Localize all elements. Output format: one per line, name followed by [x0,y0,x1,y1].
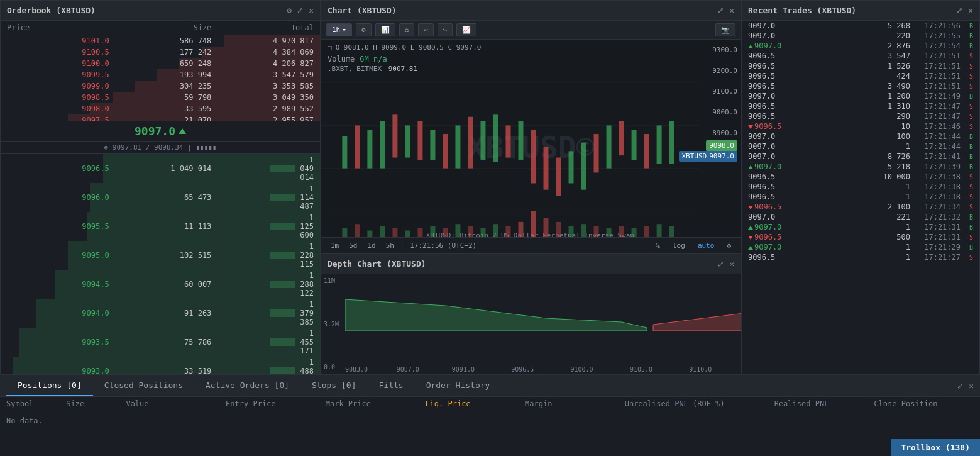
candlestick-chart: □ O 9081.0 H 9099.0 L 9080.5 C 9097.0 Vo… [321,40,741,254]
trade-side: S [961,184,973,191]
orderbook-title: Orderbook (XBTUSD) [7,6,96,15]
ask-row: 9098.0 33 595 2 989 552 [1,103,320,114]
bottom-close-icon[interactable]: ✕ [969,381,974,391]
depth-chart-controls: ⤢ ✕ [717,259,734,269]
trade-row: 9097.0 221 17:21:32 B [742,212,979,222]
trade-row: 9097.0 1 17:21:31 B [742,222,979,232]
trade-size: 2 876 [798,42,910,50]
trade-size: 10 [798,122,910,131]
ask-row: 9098.5 59 798 3 049 350 [1,92,320,103]
scale-btn[interactable]: ⚖ [399,23,415,36]
trade-size: 1 [798,223,910,231]
trade-price: 9097.0 [748,152,798,161]
svg-rect-23 [581,143,586,190]
col-entry: Entry Price [226,399,326,408]
tf-5h[interactable]: 5h [382,240,399,251]
redo-btn[interactable]: ↪ [438,23,453,36]
trade-side: S [961,254,973,261]
svg-rect-5 [355,125,360,168]
trades-controls: ⤢ ✕ [956,6,973,15]
trade-row: 9097.0 8 726 17:21:41 B [742,152,979,162]
pct-btn[interactable]: % [651,240,664,251]
ask-row: 9100.5 177 242 4 384 069 [1,47,320,58]
bottom-expand-icon[interactable]: ⤢ [957,381,964,391]
trade-side: B [961,214,973,221]
trade-side: B [961,143,973,150]
trade-side: B [961,153,973,160]
bottom-tab-fills[interactable]: Fills [368,375,415,396]
chart-expand-icon[interactable]: ⤢ [717,6,724,15]
tf-1d[interactable]: 1d [363,240,380,251]
auto-btn[interactable]: auto [693,240,719,251]
trollbox-bar[interactable]: Trollbox (138) [891,439,980,456]
bottom-tab-closed-positions[interactable]: Closed Positions [93,375,194,396]
trade-size: 100 [798,132,910,141]
tf-right-controls: % log auto ⚙ [651,240,735,251]
trade-row: 9096.5 424 17:21:51 S [742,71,979,81]
timeframe-1h-btn[interactable]: 1h ▾ [326,23,352,36]
arrow-up-icon [748,226,753,230]
trades-expand-icon[interactable]: ⤢ [956,6,963,15]
depth-expand-icon[interactable]: ⤢ [717,259,724,269]
tf-5d[interactable]: 5d [344,240,361,251]
bid-row: 9093.5 75 786 1 455 171 [1,328,320,357]
chart-settings-btn[interactable]: ⚙ [722,240,735,251]
svg-text:9096.5: 9096.5 [511,366,534,373]
trade-size: 1 [798,243,910,252]
svg-rect-29 [657,125,662,164]
svg-rect-11 [430,130,435,160]
svg-rect-17 [505,125,510,157]
trade-time: 17:21:51 [910,52,961,60]
trade-price: 9096.5 [748,122,798,131]
bottom-tab-order-history[interactable]: Order History [415,375,502,396]
trade-size: 1 526 [798,62,910,70]
svg-marker-60 [345,299,647,331]
trade-time: 17:21:47 [910,112,961,121]
undo-btn[interactable]: ↩ [418,23,434,36]
trade-time: 17:21:44 [910,142,961,151]
trade-price: 9096.5 [748,233,798,242]
trade-row: 9097.0 100 17:21:44 B [742,131,979,142]
svg-rect-21 [556,158,561,196]
trade-side: B [961,133,973,140]
trade-row: 9096.5 1 17:21:27 S [742,252,979,262]
trade-row: 9097.0 220 17:21:55 B [742,31,979,41]
trade-time: 17:21:51 [910,82,961,91]
settings-btn[interactable]: ⚙ [356,23,372,36]
trade-size: 1 [798,192,910,201]
depth-close-icon[interactable]: ✕ [729,259,734,269]
svg-text:9083.0: 9083.0 [345,366,368,373]
expand-icon[interactable]: ⤢ [297,6,304,15]
trade-price: 9096.5 [748,203,798,211]
bottom-tab-stops-0[interactable]: Stops [0] [300,375,367,396]
svg-rect-18 [518,121,523,160]
gear-icon[interactable]: ⚙ [287,6,292,15]
trades-close-icon[interactable]: ✕ [968,6,973,15]
ask-row: 9101.0 586 748 4 970 817 [1,35,320,47]
close-icon[interactable]: ✕ [309,6,314,15]
screenshot-btn[interactable]: 📷 [715,23,735,36]
ob-col-size: Size [109,23,212,32]
arrow-up-icon [748,165,753,169]
svg-text:9091.0: 9091.0 [452,366,475,373]
bottom-tab-positions-0[interactable]: Positions [0] [6,375,93,396]
chart-close-icon[interactable]: ✕ [729,6,734,15]
chart-type-btn[interactable]: 📊 [375,23,395,36]
trade-price: 9096.5 [748,192,798,201]
trade-row: 9097.0 5 218 17:21:39 B [742,162,979,172]
trade-time: 17:21:34 [910,203,961,211]
bottom-tab-active-orders-0[interactable]: Active Orders [0] [194,375,300,396]
bid-row: 9094.5 60 007 1 288 122 [1,270,320,299]
trade-time: 17:21:38 [910,172,961,181]
trade-time: 17:21:54 [910,42,961,50]
indicator-btn[interactable]: 📈 [456,23,476,36]
log-btn[interactable]: log [668,240,690,251]
bid-row: 9094.0 91 263 1 379 385 [1,299,320,328]
tf-1m[interactable]: 1m [326,240,343,251]
chart-header: Chart (XBTUSD) ⤢ ✕ [321,1,741,21]
col-liq: Liq. Price [425,399,525,408]
ob-col-headers: Price Size Total [1,21,320,35]
trades-title: Recent Trades (XBTUSD) [748,6,856,15]
trade-size: 10 000 [798,172,910,181]
trade-time: 17:21:47 [910,102,961,111]
